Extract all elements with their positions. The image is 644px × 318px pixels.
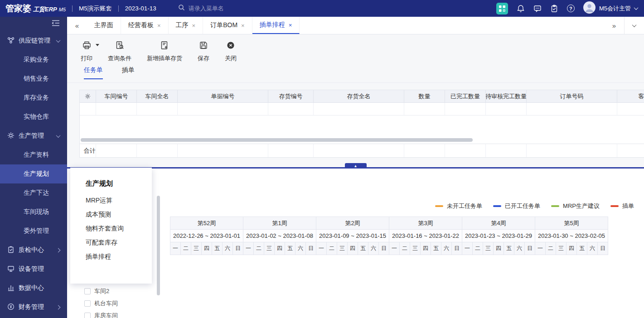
menu-item-available-kit-stock[interactable]: 可配套库存 (70, 236, 152, 250)
sidebar-item-inventory[interactable]: 库存业务 (0, 88, 67, 107)
group-label: 生产管理 (19, 132, 44, 140)
calendar-day-label: 四 (567, 242, 576, 255)
menu-item-cost-forecast[interactable]: 成本预测 (70, 207, 152, 222)
close-tab-icon[interactable]: × (289, 22, 292, 28)
calendar-day-label: 六 (514, 242, 524, 255)
sidebar-group-supply-chain[interactable]: 供应链管理 (0, 31, 67, 50)
calendar-day-label: 四 (421, 242, 431, 255)
production-gear-icon (7, 132, 15, 140)
calendar-day-label: 四 (348, 242, 358, 255)
messages-chat-icon[interactable] (533, 5, 542, 13)
sidebar-item-production-data[interactable]: 生产资料 (0, 145, 67, 164)
close-tab-icon[interactable]: × (157, 23, 161, 29)
query-conditions-button[interactable]: 查询条件 (108, 41, 131, 63)
sidebar-item-production-release[interactable]: 生产下达 (0, 183, 67, 202)
app-window: 管家婆 工贸ERP M5 M5演示账套 2023-01-13 (0, 0, 644, 318)
sidebar-item-production-planning[interactable]: 生产规划 (0, 164, 67, 183)
account-set-label[interactable]: M5演示账套 (79, 5, 112, 13)
close-circle-icon (226, 41, 235, 51)
close-tab-icon[interactable]: × (192, 23, 196, 29)
subtab-task-orders[interactable]: 任务单 (84, 66, 103, 79)
calendar-day-label: 三 (483, 242, 493, 255)
tab-insert-order-scheduling[interactable]: 插单排程 × (252, 17, 300, 34)
topbar: 管家婆 工贸ERP M5 M5演示账套 2023-01-13 (0, 0, 644, 17)
horizontal-scrollbar[interactable] (81, 138, 473, 142)
column-header-pending-audit-qty[interactable]: 待审核完工数量 (486, 90, 527, 102)
close-tab-icon[interactable]: × (241, 23, 245, 29)
splitter-collapse-handle[interactable]: ▲ (345, 163, 367, 169)
tab-business-dashboard[interactable]: 经营看板 × (121, 17, 169, 34)
tabs-scroll-right-button[interactable]: » (604, 17, 624, 34)
legend-swatch (435, 205, 443, 207)
close-button[interactable]: 关闭 (225, 41, 237, 63)
workshop-checkbox-row[interactable]: 库房车间 (84, 312, 118, 318)
calendar-week-range: 2023-01-23 ~ 2023-01-29 (462, 230, 535, 242)
tabs-scroll-left-button[interactable]: « (67, 17, 87, 34)
tab-main-screen[interactable]: 主界面 (87, 17, 121, 34)
column-header-document-no[interactable]: 单据编号 (178, 90, 268, 102)
sidebar-group-finance[interactable]: 财务管理 (0, 298, 67, 317)
vertical-scrollbar[interactable] (157, 196, 160, 295)
group-label: 供应链管理 (19, 37, 50, 45)
checkbox[interactable] (84, 288, 91, 294)
tasks-clipboard-icon[interactable] (550, 5, 558, 13)
tabs-dropdown-button[interactable] (624, 17, 644, 34)
tab-order-bom[interactable]: 订单BOM × (203, 17, 252, 34)
sidebar-item-outsourcing[interactable]: 委外管理 (0, 222, 67, 241)
tab-process[interactable]: 工序 × (169, 17, 203, 34)
print-button[interactable]: 打印 (81, 41, 92, 63)
legend-item-unstarted: 未开工任务单 (435, 202, 482, 210)
column-header-item-code[interactable]: 存货编号 (268, 90, 314, 102)
calendar-week-range: 2023-01-16 ~ 2023-01-22 (389, 230, 462, 242)
sidebar-group-production[interactable]: 生产管理 (0, 126, 67, 145)
weilianbao-app-icon[interactable] (496, 3, 508, 14)
sidebar-group-quality[interactable]: 质检中心 (0, 241, 67, 260)
workshop-checkbox-row[interactable]: 机台车间 (84, 300, 118, 307)
column-header-finished-qty[interactable]: 已完工数量 (445, 90, 486, 102)
column-header-workshop-code[interactable]: 车间编号 (96, 90, 137, 102)
checkbox[interactable] (84, 313, 91, 318)
sidebar-group-equipment[interactable]: 设备管理 (0, 260, 67, 279)
chevron-right-icon (56, 248, 61, 252)
print-dropdown-caret[interactable] (96, 44, 99, 48)
column-header-workshop-name[interactable]: 车间全名 (137, 90, 178, 102)
checkbox[interactable] (84, 300, 91, 307)
sidebar-item-workshop-floor[interactable]: 车间现场 (0, 202, 67, 222)
subtab-insert-orders[interactable]: 插单 (122, 66, 135, 79)
search-input[interactable] (189, 5, 247, 12)
divider (72, 5, 73, 12)
menu-item-insert-order-scheduling[interactable]: 插单排程 (70, 250, 152, 264)
business-date[interactable]: 2023-01-13 (125, 5, 156, 12)
column-header-order-no[interactable]: 订单号码 (527, 90, 617, 102)
sidebar-item-purchase[interactable]: 采购业务 (0, 50, 67, 69)
up-arrow-icon: ▲ (354, 164, 358, 168)
group-label: 设备管理 (19, 265, 44, 273)
notifications-bell-icon[interactable] (517, 5, 525, 13)
column-header-customer[interactable]: 客户 (617, 90, 644, 102)
column-header-item-name[interactable]: 存货全名 (314, 90, 404, 102)
help-icon[interactable]: ? (567, 5, 575, 12)
calendar-day-label: 五 (285, 242, 295, 255)
save-button[interactable]: 保存 (198, 41, 209, 63)
workshop-checkbox-row[interactable]: 车间2 (84, 288, 118, 295)
sidebar-item-physical-warehouse[interactable]: 实物仓库 (0, 107, 67, 126)
user-menu[interactable]: M5会计主管 (583, 1, 638, 15)
calendar-day-label: 二 (327, 242, 337, 255)
sidebar-group-data-center[interactable]: 数据中心 (0, 279, 67, 298)
add-insert-order-item-button[interactable]: 新增插单存货 (147, 41, 182, 63)
column-header-quantity[interactable]: 数量 (404, 90, 445, 102)
divider (118, 5, 119, 12)
calendar-day-label: 四 (494, 242, 504, 255)
menu-search[interactable] (178, 4, 247, 13)
menu-item-material-kit-query[interactable]: 物料齐套查询 (70, 222, 152, 236)
calendar-day-label: 二 (546, 242, 556, 255)
calendar-day-label: 五 (431, 242, 441, 255)
menu-item-mrp-calculation[interactable]: MRP运算 (70, 193, 152, 207)
calendar-day-label: 五 (358, 242, 368, 255)
sidebar-item-sales[interactable]: 销售业务 (0, 69, 67, 88)
sidebar-collapse-button[interactable] (0, 17, 67, 31)
tab-strip: « 主界面 经营看板 × 工序 × 订单BOM × 插单排程 × » (67, 17, 644, 34)
column-settings-button[interactable] (80, 90, 96, 102)
calendar-day-label: 三 (264, 242, 274, 255)
save-floppy-icon (199, 41, 208, 51)
